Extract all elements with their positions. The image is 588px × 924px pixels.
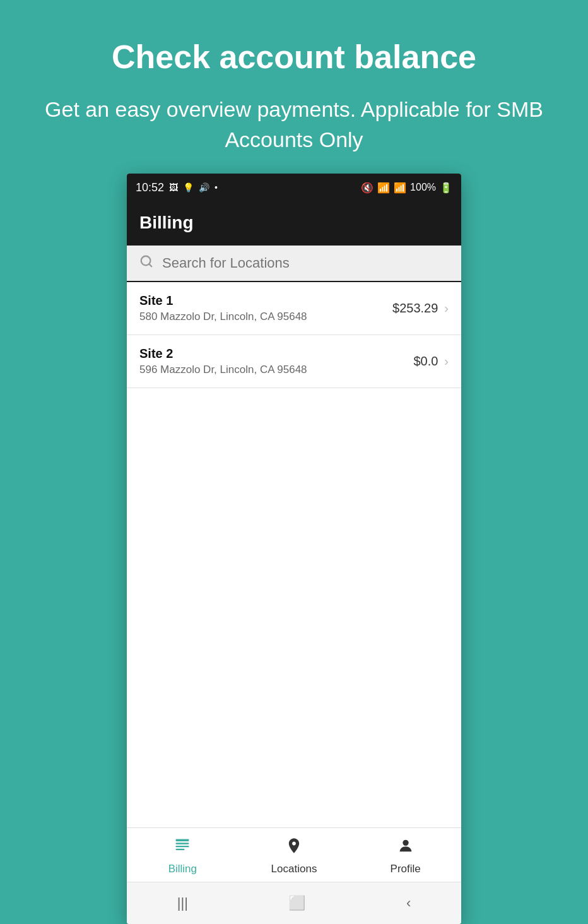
site-balance: $0.0 ›: [413, 354, 449, 369]
phone-frame: 10:52 🖼 💡 🔊 • 🔇 📶 📶 100% 🔋 Billing: [127, 174, 461, 924]
locations-label: Locations: [271, 863, 317, 875]
back-button[interactable]: ‹: [387, 891, 430, 915]
site-name: Site 1: [139, 293, 392, 308]
profile-icon: [397, 837, 415, 859]
balance-amount: $253.29: [392, 301, 438, 316]
status-photo-icon: 🖼: [169, 182, 178, 192]
status-time: 10:52: [136, 181, 164, 194]
svg-rect-5: [176, 849, 185, 850]
svg-rect-4: [176, 846, 189, 847]
chevron-right-icon: ›: [444, 354, 449, 369]
status-audio-icon: 🔊: [199, 182, 209, 192]
app-header: Billing: [127, 201, 461, 246]
locations-icon: [285, 837, 303, 859]
site-address: 596 Mazzolo Dr, Lincoln, CA 95648: [139, 364, 413, 376]
balance-amount: $0.0: [413, 354, 438, 369]
tab-profile[interactable]: Profile: [350, 837, 461, 875]
table-row[interactable]: Site 1 580 Mazzolo Dr, Lincoln, CA 95648…: [127, 282, 461, 335]
status-left: 10:52 🖼 💡 🔊 •: [136, 181, 218, 194]
svg-rect-2: [176, 839, 189, 842]
svg-point-6: [403, 840, 408, 846]
page-header: Check account balance Get an easy overvi…: [0, 0, 588, 174]
profile-label: Profile: [391, 863, 421, 875]
tab-locations[interactable]: Locations: [238, 837, 350, 875]
battery-icon: 🔋: [440, 182, 452, 194]
site-info: Site 2 596 Mazzolo Dr, Lincoln, CA 95648: [139, 346, 413, 376]
svg-rect-3: [176, 843, 189, 844]
billing-icon: [173, 837, 191, 859]
mute-icon: 🔇: [361, 182, 373, 194]
home-button[interactable]: ⬜: [269, 891, 324, 915]
bottom-nav: Billing Locations Profile: [127, 827, 461, 882]
search-icon: [139, 254, 153, 272]
billing-label: Billing: [168, 863, 197, 875]
site-balance: $253.29 ›: [392, 301, 449, 316]
signal-icon: 📶: [394, 182, 406, 194]
page-subtitle: Get an easy overview payments. Applicabl…: [38, 95, 550, 155]
system-nav: ||| ⬜ ‹: [127, 882, 461, 924]
site-address: 580 Mazzolo Dr, Lincoln, CA 95648: [139, 311, 392, 323]
search-bar[interactable]: [127, 246, 461, 282]
tab-billing[interactable]: Billing: [127, 837, 238, 875]
site-info: Site 1 580 Mazzolo Dr, Lincoln, CA 95648: [139, 293, 392, 323]
site-list: Site 1 580 Mazzolo Dr, Lincoln, CA 95648…: [127, 282, 461, 827]
battery-level: 100%: [410, 182, 436, 193]
status-bar: 10:52 🖼 💡 🔊 • 🔇 📶 📶 100% 🔋: [127, 174, 461, 201]
recent-apps-button[interactable]: |||: [158, 891, 207, 915]
site-name: Site 2: [139, 346, 413, 361]
table-row[interactable]: Site 2 596 Mazzolo Dr, Lincoln, CA 95648…: [127, 335, 461, 388]
app-title: Billing: [139, 213, 194, 232]
wifi-icon: 📶: [377, 182, 390, 194]
status-light-icon: 💡: [183, 182, 194, 192]
page-title: Check account balance: [38, 38, 550, 76]
chevron-right-icon: ›: [444, 301, 449, 316]
search-input[interactable]: [162, 255, 449, 271]
svg-line-1: [149, 264, 151, 266]
status-dot-icon: •: [215, 182, 218, 192]
status-icons: 🔇 📶 📶 100% 🔋: [361, 182, 452, 194]
